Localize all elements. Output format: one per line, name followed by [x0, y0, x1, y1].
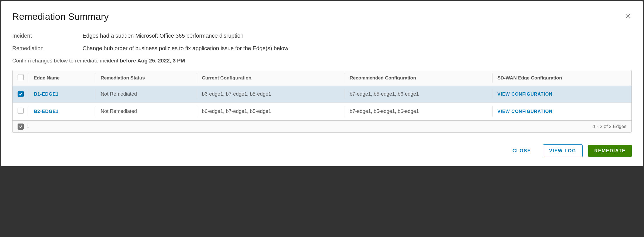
table-row[interactable]: B2-EDGE1 Not Remediated b6-edge1, b7-edg… — [13, 103, 631, 120]
confirm-prefix: Confirm changes below to remediate incid… — [12, 58, 120, 64]
remediation-status-cell: Not Remediated — [96, 103, 197, 120]
table-footer: 1 1 - 2 of 2 Edges — [13, 120, 631, 132]
sdwan-config-cell: VIEW CONFIGURATION — [492, 86, 631, 103]
confirm-text: Confirm changes below to remediate incid… — [12, 58, 632, 64]
table-row[interactable]: B1-EDGE1 Not Remediated b6-edge1, b7-edg… — [13, 86, 631, 103]
header-remediation-status[interactable]: Remediation Status — [96, 70, 197, 86]
edge-name-cell: B2-EDGE1 — [29, 103, 96, 120]
row-checkbox[interactable] — [18, 108, 24, 114]
modal-actions: CLOSE VIEW LOG REMEDIATE — [12, 144, 632, 157]
close-button[interactable]: CLOSE — [506, 145, 537, 157]
footer-selection: 1 — [18, 124, 29, 130]
row-checkbox-cell — [13, 103, 29, 120]
sdwan-config-cell: VIEW CONFIGURATION — [492, 103, 631, 120]
modal-title: Remediation Summary — [12, 11, 632, 22]
select-all-checkbox[interactable] — [18, 74, 24, 80]
remediation-value: Change hub order of business policies to… — [83, 45, 288, 52]
view-configuration-link[interactable]: VIEW CONFIGURATION — [498, 109, 552, 114]
row-checkbox-cell — [13, 86, 29, 103]
current-config-cell: b6-edge1, b7-edge1, b5-edge1 — [197, 86, 345, 103]
remediation-row: Remediation Change hub order of business… — [12, 45, 632, 52]
confirm-deadline: before Aug 25, 2022, 3 PM — [120, 58, 185, 64]
view-log-button[interactable]: VIEW LOG — [543, 144, 583, 157]
edges-table: Edge Name Remediation Status Current Con… — [12, 70, 632, 133]
edge-name-cell: B1-EDGE1 — [29, 86, 96, 103]
pagination-text: 1 - 2 of 2 Edges — [593, 124, 626, 129]
remediation-label: Remediation — [12, 45, 83, 52]
table-header-row: Edge Name Remediation Status Current Con… — [13, 70, 631, 86]
header-checkbox-cell — [13, 70, 29, 86]
remediation-status-cell: Not Remediated — [96, 86, 197, 103]
remediate-button[interactable]: REMEDIATE — [588, 145, 632, 157]
current-config-cell: b6-edge1, b7-edge1, b5-edge1 — [197, 103, 345, 120]
remediation-summary-modal: Remediation Summary Incident Edges had a… — [1, 1, 643, 166]
header-edge-name[interactable]: Edge Name — [29, 70, 96, 86]
header-recommended-config[interactable]: Recommended Configuration — [345, 70, 492, 86]
header-sdwan-config[interactable]: SD-WAN Edge Configuration — [492, 70, 631, 86]
close-icon[interactable] — [624, 13, 631, 20]
incident-row: Incident Edges had a sudden Microsoft Of… — [12, 33, 632, 39]
edge-name-link[interactable]: B2-EDGE1 — [34, 109, 59, 114]
selected-count: 1 — [27, 124, 29, 129]
view-configuration-link[interactable]: VIEW CONFIGURATION — [498, 92, 552, 96]
row-checkbox[interactable] — [18, 91, 24, 97]
recommended-config-cell: b7-edge1, b5-edge1, b6-edge1 — [345, 103, 492, 120]
header-current-config[interactable]: Current Configuration — [197, 70, 345, 86]
incident-value: Edges had a sudden Microsoft Office 365 … — [83, 33, 244, 39]
incident-label: Incident — [12, 33, 83, 39]
recommended-config-cell: b7-edge1, b5-edge1, b6-edge1 — [345, 86, 492, 103]
footer-checkbox-icon[interactable] — [18, 124, 24, 130]
edge-name-link[interactable]: B1-EDGE1 — [34, 91, 59, 97]
